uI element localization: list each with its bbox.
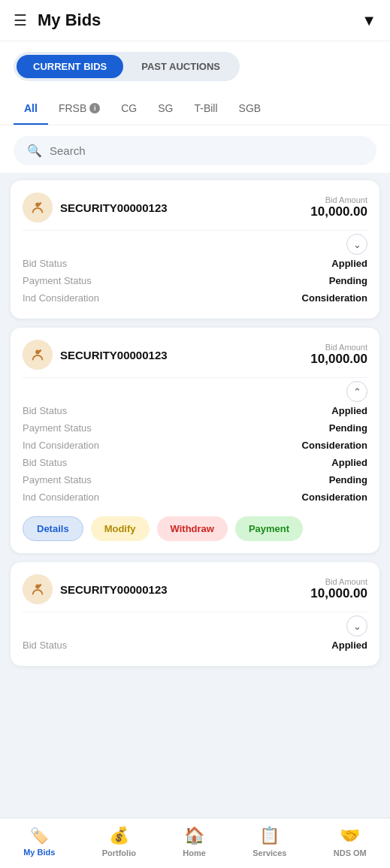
details-button[interactable]: Details xyxy=(23,516,83,541)
bottom-nav: 🏷️ My Bids 💰 Portfolio 🏠 Home 📋 Services… xyxy=(0,818,390,868)
card-2-amount-value: 10,000.00 xyxy=(310,352,367,367)
card-1-detail-1: Payment Status Pending xyxy=(23,272,367,289)
payment-button[interactable]: Payment xyxy=(235,516,303,541)
nav-home[interactable]: 🏠 Home xyxy=(183,826,206,857)
nav-home-label: Home xyxy=(183,848,206,857)
card-2-expand-btn[interactable]: ⌃ xyxy=(346,381,367,402)
cards-area: SECURITY00000123 Bid Amount 10,000.00 ⌄ … xyxy=(0,173,390,673)
hamburger-icon[interactable]: ☰ xyxy=(14,11,27,29)
bid-card-1: SECURITY00000123 Bid Amount 10,000.00 ⌄ … xyxy=(11,180,379,319)
current-bids-tab[interactable]: CURRENT BIDS xyxy=(17,55,123,78)
security-icon-2 xyxy=(23,340,53,370)
bid-card-2: SECURITY00000123 Bid Amount 10,000.00 ⌃ … xyxy=(11,328,379,553)
frsb-info-icon[interactable]: i xyxy=(89,103,100,113)
filter-tabs-bar: All FRSB i CG SG T-Bill SGB xyxy=(0,93,390,126)
card-1-amount-col: Bid Amount 10,000.00 xyxy=(310,195,367,219)
withdraw-button[interactable]: Withdraw xyxy=(157,516,228,541)
card-2-detail-0: Bid Status Applied xyxy=(23,402,367,419)
nav-mybids[interactable]: 🏷️ My Bids xyxy=(23,827,55,857)
card-1-header: SECURITY00000123 Bid Amount 10,000.00 xyxy=(23,192,367,222)
filter-tab-frsb[interactable]: FRSB i xyxy=(48,93,110,125)
card-2-action-btns: Details Modify Withdraw Payment xyxy=(23,516,367,541)
card-1-security-name: SECURITY00000123 xyxy=(60,201,168,214)
search-box: 🔍 xyxy=(14,136,376,165)
card-1-detail-0: Bid Status Applied xyxy=(23,255,367,272)
card-2-detail-5: Ind Consideration Consideration xyxy=(23,488,367,506)
app-title: My Bids xyxy=(38,11,101,30)
card-3-amount-value: 10,000.00 xyxy=(310,586,367,601)
card-3-header-left: SECURITY00000123 xyxy=(23,574,168,604)
card-3-header: SECURITY00000123 Bid Amount 10,000.00 xyxy=(23,574,367,604)
home-icon: 🏠 xyxy=(184,826,204,845)
modify-button[interactable]: Modify xyxy=(91,516,150,541)
card-2-detail-3: Bid Status Applied xyxy=(23,454,367,471)
filter-tab-sgb[interactable]: SGB xyxy=(228,93,272,125)
filter-tab-all[interactable]: All xyxy=(14,93,48,125)
nav-mybids-label: My Bids xyxy=(23,848,55,857)
search-icon: 🔍 xyxy=(27,144,42,158)
toggle-tabs-group: CURRENT BIDS PAST AUCTIONS xyxy=(14,52,240,81)
card-3-security-name: SECURITY00000123 xyxy=(60,583,168,596)
bid-card-3: SECURITY00000123 Bid Amount 10,000.00 ⌄ … xyxy=(11,562,379,666)
card-2-amount-label: Bid Amount xyxy=(310,343,367,352)
card-3-detail-0: Bid Status Applied xyxy=(23,637,367,654)
card-1-expand-btn[interactable]: ⌄ xyxy=(346,234,367,255)
card-2-detail-4: Payment Status Pending xyxy=(23,471,367,488)
nav-services[interactable]: 📋 Services xyxy=(252,826,286,857)
card-2-detail-1: Payment Status Pending xyxy=(23,419,367,437)
card-3-expand-btn[interactable]: ⌄ xyxy=(346,615,367,637)
card-2-header: SECURITY00000123 Bid Amount 10,000.00 xyxy=(23,340,367,370)
card-1-header-left: SECURITY00000123 xyxy=(23,192,168,222)
card-1-detail-2: Ind Consideration Consideration xyxy=(23,289,367,307)
card-1-amount-value: 10,000.00 xyxy=(310,204,367,219)
card-1-amount-label: Bid Amount xyxy=(310,195,367,204)
card-3-amount-label: Bid Amount xyxy=(310,577,367,586)
filter-tab-cg[interactable]: CG xyxy=(110,93,147,125)
card-3-amount-col: Bid Amount 10,000.00 xyxy=(310,577,367,601)
filter-tab-tbill[interactable]: T-Bill xyxy=(183,93,228,125)
security-icon-3 xyxy=(23,574,53,604)
past-auctions-tab[interactable]: PAST AUCTIONS xyxy=(125,55,237,78)
card-2-header-left: SECURITY00000123 xyxy=(23,340,168,370)
filter-icon[interactable]: ▼ xyxy=(361,12,376,29)
nav-ndsom[interactable]: 🤝 NDS OM xyxy=(334,826,367,857)
mybids-icon: 🏷️ xyxy=(30,827,49,845)
nav-services-label: Services xyxy=(252,848,286,857)
card-2-amount-col: Bid Amount 10,000.00 xyxy=(310,343,367,367)
app-header: ☰ My Bids ▼ xyxy=(0,0,390,41)
search-container: 🔍 xyxy=(0,126,390,173)
search-input[interactable] xyxy=(50,144,363,157)
ndsom-icon: 🤝 xyxy=(340,826,360,845)
services-icon: 📋 xyxy=(259,826,280,845)
nav-ndsom-label: NDS OM xyxy=(334,848,367,857)
card-2-security-name: SECURITY00000123 xyxy=(60,349,168,361)
card-2-detail-2: Ind Consideration Consideration xyxy=(23,437,367,454)
header-left: ☰ My Bids xyxy=(14,11,101,30)
nav-portfolio-label: Portfolio xyxy=(102,848,136,857)
filter-tab-sg[interactable]: SG xyxy=(147,93,183,125)
toggle-tabs-container: CURRENT BIDS PAST AUCTIONS xyxy=(0,41,390,93)
portfolio-icon: 💰 xyxy=(109,826,129,845)
security-icon-1 xyxy=(23,192,53,222)
nav-portfolio[interactable]: 💰 Portfolio xyxy=(102,826,136,857)
